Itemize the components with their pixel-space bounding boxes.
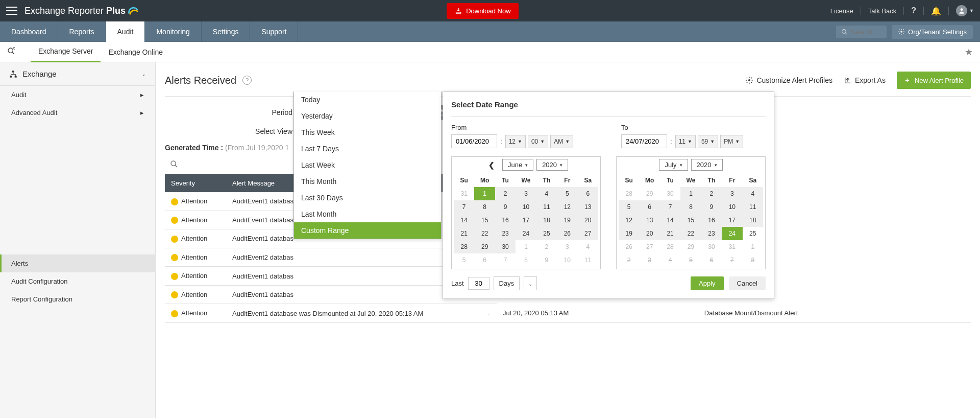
calendar-day[interactable]: 15 (474, 214, 495, 227)
calendar-day[interactable]: 7 (660, 200, 680, 214)
calendar-day[interactable]: 28 (454, 240, 474, 253)
calendar-day[interactable]: 8 (680, 200, 701, 214)
to-minute-select[interactable]: 59▼ (698, 135, 718, 148)
global-search[interactable] (836, 26, 887, 38)
sidebar-section-exchange[interactable]: Exchange ⌄ (0, 62, 155, 86)
from-hour-select[interactable]: 12▼ (505, 135, 526, 148)
calendar-day[interactable]: 2 (619, 253, 639, 267)
calendar-day[interactable]: 22 (474, 227, 495, 240)
calendar-day[interactable]: 27 (578, 227, 598, 240)
calendar-day[interactable]: 19 (619, 227, 639, 240)
calendar-day[interactable]: 1 (743, 240, 763, 253)
calendar-day[interactable]: 21 (660, 227, 680, 240)
calendar-day[interactable]: 2 (495, 187, 516, 200)
calendar-day[interactable]: 1 (680, 187, 701, 200)
period-option[interactable]: Last Month (294, 206, 441, 222)
period-option[interactable]: Last 30 Days (294, 190, 441, 206)
period-option[interactable]: Last 7 Days (294, 141, 441, 157)
calendar-day[interactable]: 20 (639, 227, 659, 240)
calendar-day[interactable]: 1 (516, 240, 536, 253)
sidebar-item-alerts[interactable]: Alerts (0, 254, 155, 272)
calendar-day[interactable]: 12 (557, 200, 577, 214)
from-minute-select[interactable]: 00▼ (528, 135, 548, 148)
last-unit-select[interactable]: Days (494, 276, 520, 290)
customize-alert-profiles[interactable]: Customize Alert Profiles (745, 76, 832, 84)
license-link[interactable]: License (830, 7, 853, 15)
period-option[interactable]: Today (294, 91, 441, 108)
user-menu[interactable]: ▼ (956, 5, 974, 16)
calendar-day[interactable]: 31 (722, 240, 742, 253)
calendar-day[interactable]: 3 (639, 253, 659, 267)
calendar-day[interactable]: 29 (639, 187, 659, 200)
calendar-day[interactable]: 30 (701, 240, 722, 253)
calendar-day[interactable]: 17 (516, 214, 536, 227)
calendar-day[interactable]: 26 (619, 240, 639, 253)
to-date-input[interactable] (621, 134, 667, 148)
calendar-day[interactable]: 10 (722, 200, 742, 214)
calendar-day[interactable]: 31 (454, 187, 474, 200)
from-ampm-select[interactable]: AM▼ (550, 135, 573, 148)
calendar-day[interactable]: 6 (701, 253, 722, 267)
calendar-day[interactable]: 6 (474, 253, 495, 267)
nav-support[interactable]: Support (250, 21, 298, 42)
calendar-day[interactable]: 4 (743, 187, 763, 200)
calendar-day[interactable]: 7 (495, 253, 516, 267)
calendar-day[interactable]: 1 (474, 187, 495, 200)
calendar-day[interactable]: 5 (619, 200, 639, 214)
talkback-link[interactable]: Talk Back (868, 7, 897, 15)
prev-month-button[interactable]: ❮ (484, 161, 499, 169)
sidebar-item-audit[interactable]: Audit▸ (0, 86, 155, 104)
sidebar-item-audit-config[interactable]: Audit Configuration (0, 272, 155, 290)
calendar-day[interactable]: 6 (578, 187, 598, 200)
calendar-day[interactable]: 11 (578, 253, 598, 267)
from-month-select[interactable]: June▾ (502, 159, 533, 171)
nav-audit[interactable]: Audit (106, 21, 145, 42)
to-hour-select[interactable]: 11▼ (675, 135, 696, 148)
calendar-day[interactable]: 16 (495, 214, 516, 227)
calendar-day[interactable]: 23 (495, 227, 516, 240)
search-input[interactable] (851, 28, 881, 36)
last-n-input[interactable] (468, 277, 489, 290)
calendar-day[interactable]: 5 (454, 253, 474, 267)
calendar-day[interactable]: 7 (722, 253, 742, 267)
calendar-day[interactable]: 13 (639, 214, 659, 227)
calendar-day[interactable]: 11 (536, 200, 557, 214)
period-option[interactable]: This Month (294, 173, 441, 190)
menu-icon[interactable] (6, 7, 17, 15)
subnav-exchange-online[interactable]: Exchange Online (101, 42, 170, 62)
calendar-day[interactable]: 4 (578, 240, 598, 253)
from-date-input[interactable] (451, 134, 497, 148)
calendar-day[interactable]: 25 (536, 227, 557, 240)
nav-reports[interactable]: Reports (58, 21, 106, 42)
calendar-day[interactable]: 19 (557, 214, 577, 227)
star-icon[interactable]: ★ (965, 47, 973, 58)
calendar-day[interactable]: 4 (536, 187, 557, 200)
period-option[interactable]: This Week (294, 124, 441, 141)
calendar-day[interactable]: 22 (680, 227, 701, 240)
col-severity[interactable]: Severity (165, 174, 226, 192)
calendar-day[interactable]: 9 (495, 200, 516, 214)
download-button[interactable]: Download Now (447, 3, 519, 19)
calendar-day[interactable]: 24 (516, 227, 536, 240)
calendar-day[interactable]: 10 (516, 200, 536, 214)
sidebar-item-report-config[interactable]: Report Configuration (0, 290, 155, 308)
calendar-day[interactable]: 3 (557, 240, 577, 253)
nav-monitoring[interactable]: Monitoring (145, 21, 201, 42)
calendar-day[interactable]: 24 (722, 227, 742, 240)
calendar-day[interactable]: 26 (557, 227, 577, 240)
subnav-search-icon[interactable]: ₹ (7, 47, 15, 57)
calendar-day[interactable]: 18 (743, 214, 763, 227)
cancel-button[interactable]: Cancel (729, 276, 766, 290)
from-year-select[interactable]: 2020▾ (536, 159, 568, 171)
calendar-day[interactable]: 12 (619, 214, 639, 227)
calendar-day[interactable]: 9 (536, 253, 557, 267)
calendar-day[interactable]: 2 (701, 187, 722, 200)
calendar-day[interactable]: 28 (660, 240, 680, 253)
bell-icon[interactable]: 🔔 (931, 6, 941, 16)
calendar-day[interactable]: 4 (660, 253, 680, 267)
period-option[interactable]: Custom Range (294, 222, 441, 239)
calendar-day[interactable]: 14 (660, 214, 680, 227)
period-option[interactable]: Last Week (294, 157, 441, 173)
new-alert-profile-button[interactable]: ＋ New Alert Profile (897, 72, 971, 89)
export-as[interactable]: Export As (844, 76, 886, 84)
